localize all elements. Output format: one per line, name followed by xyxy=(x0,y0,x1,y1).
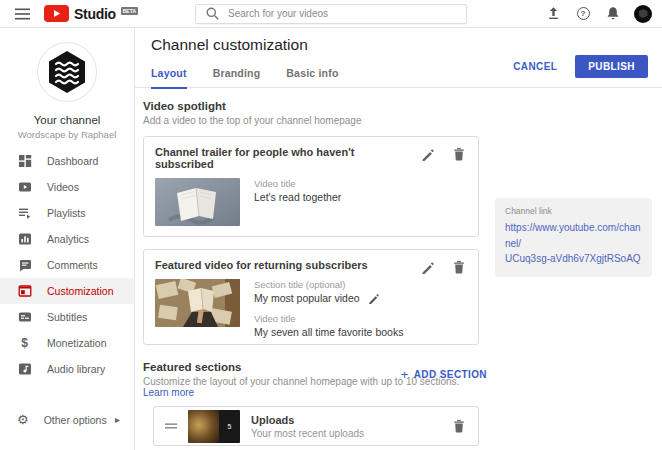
main-header: Channel customization Layout Branding Ba… xyxy=(135,28,662,88)
trailer-video-thumbnail[interactable] xyxy=(155,178,240,226)
youtube-studio-logo[interactable]: Studio beta xyxy=(44,5,138,23)
channel-trailer-card: Channel trailer for people who haven't s… xyxy=(143,136,479,237)
brand-text: Studio xyxy=(74,5,116,23)
dashboard-icon xyxy=(17,154,32,168)
field-value: My seven all time favorite books xyxy=(254,326,403,338)
dollar-icon: $ xyxy=(17,337,32,349)
other-options-label: Other options xyxy=(44,414,107,426)
delete-uploads-trash-icon[interactable] xyxy=(451,418,467,434)
sidebar-item-other-options[interactable]: ⚙ Other options ▸ xyxy=(0,413,134,426)
field-label: Video title xyxy=(254,313,403,324)
search-box[interactable] xyxy=(195,4,467,24)
sidebar-item-playlists[interactable]: Playlists xyxy=(0,200,134,226)
channel-link-url[interactable]: https://www.youtube.com/channel/ UCuq3sg… xyxy=(505,220,642,267)
section-row-subtitle: Your most recent uploads xyxy=(251,428,440,439)
video-spotlight-subtitle: Add a video to the top of your channel h… xyxy=(143,115,662,126)
videos-icon xyxy=(17,180,32,194)
edit-featured-pencil-icon[interactable] xyxy=(419,259,435,275)
uploads-thumbnail: 5 xyxy=(188,410,240,443)
audio-library-icon xyxy=(17,362,32,376)
search-icon xyxy=(206,7,219,20)
delete-featured-trash-icon[interactable] xyxy=(451,259,467,275)
section-row-title: Uploads xyxy=(251,414,440,426)
search-input[interactable] xyxy=(228,8,456,19)
tab-basic-info[interactable]: Basic info xyxy=(286,67,338,89)
account-avatar[interactable] xyxy=(634,5,652,23)
sidebar-item-audio-library[interactable]: Audio library xyxy=(0,356,134,382)
help-icon[interactable]: ? xyxy=(574,5,592,23)
drag-handle-icon[interactable] xyxy=(165,420,177,432)
tab-layout[interactable]: Layout xyxy=(151,67,187,89)
sidebar-item-label: Monetization xyxy=(47,337,107,349)
uploads-thumb-image xyxy=(188,410,219,443)
publish-button[interactable]: PUBLISH xyxy=(575,55,648,78)
sidebar-item-videos[interactable]: Videos xyxy=(0,174,134,200)
sidebar-item-dashboard[interactable]: Dashboard xyxy=(0,148,134,174)
sidebar-item-label: Comments xyxy=(47,259,98,271)
chevron-right-icon: ▸ xyxy=(115,414,120,425)
field-label: Section title (optional) xyxy=(254,279,403,290)
subtitles-icon xyxy=(17,310,32,324)
customization-icon xyxy=(17,284,32,298)
sidebar-item-label: Audio library xyxy=(47,363,105,375)
channel-owner: Wordscape by Raphael xyxy=(0,129,134,140)
learn-more-link[interactable]: Learn more xyxy=(143,387,194,398)
field-value: Let's read together xyxy=(254,191,341,203)
sidebar-item-label: Subtitles xyxy=(47,311,87,323)
avatar-hexagon-icon xyxy=(639,9,648,18)
sidebar-item-label: Dashboard xyxy=(47,155,98,167)
channel-name: Your channel xyxy=(0,114,134,126)
analytics-icon xyxy=(17,232,32,246)
main-panel: Channel customization Layout Branding Ba… xyxy=(135,28,662,450)
section-row-uploads: 5 Uploads Your most recent uploads xyxy=(153,406,479,446)
sidebar-item-subtitles[interactable]: Subtitles xyxy=(0,304,134,330)
channel-link-panel: Channel link https://www.youtube.com/cha… xyxy=(495,198,652,277)
sidebar-item-customization[interactable]: Customization xyxy=(0,278,134,304)
video-spotlight-title: Video spotlight xyxy=(143,100,662,112)
channel-avatar[interactable] xyxy=(37,42,97,102)
featured-sections-header: Featured sections Customize the layout o… xyxy=(143,361,487,398)
sidebar-item-label: Videos xyxy=(47,181,79,193)
tab-branding[interactable]: Branding xyxy=(213,67,261,89)
sidebar-item-label: Playlists xyxy=(47,207,86,219)
sidebar-item-label: Analytics xyxy=(47,233,89,245)
sidebar-nav: Dashboard Videos Playlists Analytics Com… xyxy=(0,148,134,382)
notifications-bell-icon[interactable] xyxy=(604,5,622,23)
page-title: Channel customization xyxy=(151,36,646,54)
topbar: Studio beta ? xyxy=(0,0,662,28)
featured-video-thumbnail[interactable] xyxy=(155,279,240,327)
edit-section-title-pencil-icon[interactable] xyxy=(368,292,380,304)
add-section-button[interactable]: + ADD SECTION xyxy=(401,368,487,381)
channel-link-label: Channel link xyxy=(505,206,642,216)
comments-icon xyxy=(17,258,32,272)
edit-trailer-pencil-icon[interactable] xyxy=(419,146,435,162)
sidebar-item-comments[interactable]: Comments xyxy=(0,252,134,278)
sidebar-item-monetization[interactable]: $ Monetization xyxy=(0,330,134,356)
menu-icon[interactable] xyxy=(13,5,31,23)
gear-icon: ⚙ xyxy=(17,413,29,426)
plus-icon: + xyxy=(401,368,409,381)
upload-icon[interactable] xyxy=(544,5,562,23)
brand-beta-badge: beta xyxy=(121,7,138,15)
layout-tab-content: Video spotlight Add a video to the top o… xyxy=(135,88,662,450)
sidebar-item-label: Customization xyxy=(47,285,114,297)
delete-trailer-trash-icon[interactable] xyxy=(451,146,467,162)
sidebar: Your channel Wordscape by Raphael Dashbo… xyxy=(0,28,135,450)
cancel-button[interactable]: CANCEL xyxy=(513,61,557,72)
sidebar-item-analytics[interactable]: Analytics xyxy=(0,226,134,252)
channel-logo-hexagon-icon xyxy=(44,49,90,95)
field-label: Video title xyxy=(254,178,341,189)
youtube-logo-icon xyxy=(44,5,69,22)
field-value: My most popular video xyxy=(254,292,360,304)
playlists-icon xyxy=(17,206,32,220)
uploads-count-badge: 5 xyxy=(219,410,240,443)
featured-video-card: Featured video for returning subscribers xyxy=(143,249,479,345)
